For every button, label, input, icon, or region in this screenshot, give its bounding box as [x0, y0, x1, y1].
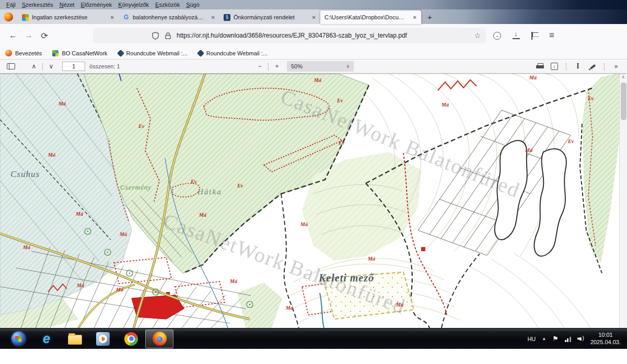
- menu-bookmarks[interactable]: Könyvjelzők: [115, 2, 152, 8]
- page-total-label: összesen: 1: [89, 63, 120, 69]
- text-tool-icon: I: [576, 62, 579, 71]
- sidebar-toggle-icon: [7, 63, 15, 69]
- new-tab-button[interactable]: +: [421, 13, 438, 21]
- lock-icon[interactable]: [164, 32, 172, 40]
- firefox-button[interactable]: [145, 330, 173, 348]
- tab-close-icon[interactable]: ✕: [411, 15, 417, 20]
- network-icon[interactable]: [565, 336, 571, 342]
- zoom-out-button[interactable]: −: [254, 61, 265, 72]
- toolbar-divider: [604, 63, 605, 71]
- next-page-button[interactable]: ∨: [45, 61, 57, 72]
- shield-icon[interactable]: [152, 32, 159, 40]
- taskbar-clock[interactable]: 10:01 2025.04.03.: [590, 332, 621, 346]
- pdf-page-map[interactable]: CasaNetWork Balatonfüred CasaNetWork Bal…: [0, 74, 627, 328]
- folder-icon: [68, 335, 82, 345]
- menu-history[interactable]: Előzmények: [77, 2, 115, 8]
- print-button[interactable]: [534, 61, 545, 72]
- zoom-value: 50%: [291, 63, 303, 69]
- menu-edit[interactable]: Szerkesztés: [19, 2, 56, 8]
- pocket-icon[interactable]: ⌄: [493, 32, 501, 40]
- forward-button[interactable]: →: [21, 28, 37, 43]
- tray-expand-icon[interactable]: ▲: [542, 336, 546, 341]
- windows-taskbar: e HU ▲ ⚑ 10:01 2025.04.03.: [0, 328, 627, 349]
- tab-title: C:\Users\Kata\Dropbox\Document: [324, 14, 408, 20]
- bookmark-label: Bevezetés: [15, 50, 42, 56]
- tab-title: Ingatlan szerkesztése: [32, 14, 105, 20]
- menu-items: Fájl Szerkesztés Nézet Előzmények Könyvj…: [3, 2, 203, 8]
- bookmark-roundcube-2[interactable]: Roundcube Webmail :...: [198, 50, 268, 56]
- volume-icon[interactable]: [577, 336, 584, 342]
- toolbar-divider: [42, 63, 43, 71]
- bookmark-roundcube-1[interactable]: Roundcube Webmail :...: [118, 50, 188, 56]
- start-button[interactable]: [4, 330, 32, 348]
- action-center-flag-icon[interactable]: ⚑: [552, 335, 559, 343]
- app-menu-icon[interactable]: ≡: [549, 30, 554, 41]
- menu-tools[interactable]: Eszközök: [152, 2, 183, 8]
- flag-icon[interactable]: [531, 32, 538, 40]
- text-tool-button[interactable]: I: [572, 61, 584, 72]
- diamond-bookmark-icon: [117, 49, 124, 56]
- tab-close-icon[interactable]: ✕: [310, 15, 316, 20]
- tab-close-icon[interactable]: ✕: [209, 15, 215, 20]
- downloads-icon[interactable]: [513, 31, 520, 40]
- bookmark-star-icon[interactable]: ☆: [474, 31, 481, 40]
- system-tray: HU ▲ ⚑ 10:01 2025.04.03.: [527, 332, 623, 346]
- language-indicator[interactable]: HU: [527, 336, 536, 342]
- menu-file[interactable]: Fájl: [3, 2, 19, 8]
- ie-icon: e: [43, 331, 50, 346]
- tab-pdf-active[interactable]: C:\Users\Kata\Dropbox\Document ✕: [320, 10, 421, 24]
- file-explorer-button[interactable]: [61, 330, 89, 348]
- diamond-bookmark-icon: [197, 49, 204, 56]
- zoom-select[interactable]: 50% ∨: [287, 61, 354, 72]
- toolbar-divider: [268, 63, 269, 71]
- vertical-scrollbar[interactable]: ∧: [619, 74, 627, 328]
- toolbar-divider: [566, 63, 566, 71]
- tab-favicon-grid-icon: [22, 14, 29, 21]
- save-button[interactable]: ↓: [549, 61, 560, 72]
- bookmark-label: Roundcube Webmail :...: [206, 50, 268, 56]
- page-number-input[interactable]: [62, 62, 85, 71]
- navigation-toolbar: ← → ⟳ https://or.njt.hu/download/3658/re…: [0, 24, 627, 47]
- tab-close-icon[interactable]: ✕: [108, 15, 114, 20]
- pdf-toolbar-right: ↓ I »: [534, 61, 622, 72]
- pen-icon: [589, 63, 597, 71]
- bookmark-label: Roundcube Webmail :...: [126, 50, 188, 56]
- bookmark-bevezetes[interactable]: Bevezetés: [5, 50, 42, 56]
- chevron-down-icon: ∨: [346, 64, 350, 69]
- internet-explorer-button[interactable]: e: [32, 330, 61, 348]
- tab-title: Önkormányzati rendelet: [234, 14, 307, 20]
- bottom-margin: [0, 349, 627, 364]
- back-button[interactable]: ←: [5, 28, 21, 43]
- media-player-icon: [96, 332, 110, 346]
- reload-button[interactable]: ⟳: [37, 28, 52, 43]
- zoom-in-button[interactable]: +: [271, 61, 283, 72]
- firefox-icon: [153, 332, 167, 346]
- previous-page-button[interactable]: ∧: [28, 61, 40, 72]
- clock-time: 10:01: [590, 332, 621, 339]
- tab-title: balatonhenye szabályozási terv: [133, 14, 206, 20]
- firefox-logo-icon: [4, 13, 13, 21]
- tab-favicon-google-icon: G: [123, 14, 130, 21]
- scrollbar-thumb[interactable]: [621, 83, 626, 120]
- menu-view[interactable]: Nézet: [56, 2, 78, 8]
- address-bar[interactable]: https://or.njt.hu/download/3658/resource…: [93, 28, 486, 43]
- draw-tool-button[interactable]: [587, 61, 598, 72]
- bookmark-casanetwork[interactable]: BO CasaNetWork: [52, 50, 107, 56]
- bookmark-label: BO CasaNetWork: [62, 50, 107, 56]
- more-tools-button[interactable]: »: [610, 61, 622, 72]
- menu-help[interactable]: Súgó: [183, 2, 203, 8]
- tab-rendelet[interactable]: § Önkormányzati rendelet ✕: [219, 10, 320, 24]
- window-menubar: Fájl Szerkesztés Nézet Előzmények Könyvj…: [0, 0, 627, 9]
- zoning-map-image: [0, 74, 619, 328]
- zoom-controls: − + 50% ∨: [254, 61, 354, 72]
- tab-google-search[interactable]: G balatonhenye szabályozási terv ✕: [119, 10, 219, 24]
- chrome-button[interactable]: [117, 330, 145, 348]
- chrome-icon: [124, 332, 138, 346]
- sidebar-toggle-button[interactable]: [5, 61, 17, 72]
- nav-right-icons: ⌄ ≡: [493, 30, 554, 41]
- tab-strip: Ingatlan szerkesztése ✕ G balatonhenye s…: [0, 9, 627, 24]
- tab-ingatlan[interactable]: Ingatlan szerkesztése ✕: [18, 10, 119, 24]
- scroll-up-icon[interactable]: ∧: [620, 74, 627, 81]
- media-player-button[interactable]: [89, 330, 117, 348]
- url-text[interactable]: https://or.njt.hu/download/3658/resource…: [177, 32, 469, 39]
